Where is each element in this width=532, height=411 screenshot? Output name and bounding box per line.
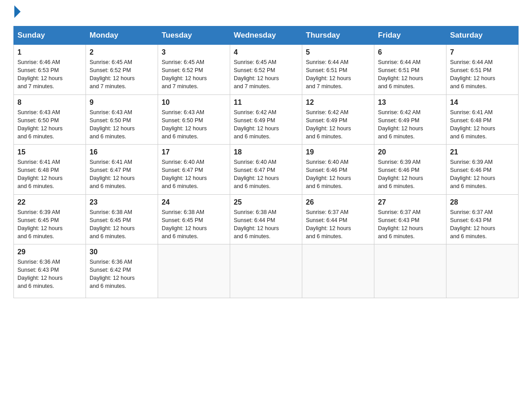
day-number: 12: [306, 98, 370, 107]
calendar-cell: 7 Sunrise: 6:44 AMSunset: 6:51 PMDayligh…: [446, 45, 519, 95]
calendar-week-4: 22 Sunrise: 6:39 AMSunset: 6:45 PMDaylig…: [14, 194, 519, 244]
calendar-cell: 20 Sunrise: 6:39 AMSunset: 6:46 PMDaylig…: [374, 145, 446, 195]
day-info: Sunrise: 6:41 AMSunset: 6:47 PMDaylight:…: [90, 159, 135, 189]
calendar-cell: 13 Sunrise: 6:42 AMSunset: 6:49 PMDaylig…: [374, 94, 446, 145]
calendar-cell: 21 Sunrise: 6:39 AMSunset: 6:46 PMDaylig…: [446, 145, 519, 195]
calendar-cell: 2 Sunrise: 6:45 AMSunset: 6:52 PMDayligh…: [86, 45, 158, 95]
day-number: 11: [234, 98, 298, 107]
calendar-cell: [158, 244, 230, 298]
day-number: 25: [234, 198, 298, 206]
day-number: 3: [162, 48, 226, 56]
day-info: Sunrise: 6:39 AMSunset: 6:45 PMDaylight:…: [17, 209, 63, 240]
calendar-cell: 26 Sunrise: 6:37 AMSunset: 6:44 PMDaylig…: [302, 194, 374, 244]
day-info: Sunrise: 6:42 AMSunset: 6:49 PMDaylight:…: [234, 109, 279, 140]
calendar-cell: [230, 244, 302, 298]
calendar-cell: 10 Sunrise: 6:43 AMSunset: 6:50 PMDaylig…: [158, 94, 230, 145]
column-header-saturday: Saturday: [446, 26, 519, 45]
calendar-cell: [374, 244, 446, 298]
calendar-week-5: 29 Sunrise: 6:36 AMSunset: 6:43 PMDaylig…: [14, 244, 519, 298]
day-number: 30: [90, 248, 154, 256]
calendar-cell: 23 Sunrise: 6:38 AMSunset: 6:45 PMDaylig…: [86, 194, 158, 244]
calendar-week-1: 1 Sunrise: 6:46 AMSunset: 6:53 PMDayligh…: [14, 45, 519, 95]
calendar-cell: 30 Sunrise: 6:36 AMSunset: 6:42 PMDaylig…: [86, 244, 158, 298]
calendar-cell: 28 Sunrise: 6:37 AMSunset: 6:43 PMDaylig…: [446, 194, 519, 244]
day-info: Sunrise: 6:44 AMSunset: 6:51 PMDaylight:…: [450, 59, 495, 90]
day-number: 21: [450, 148, 515, 156]
calendar-cell: 17 Sunrise: 6:40 AMSunset: 6:47 PMDaylig…: [158, 145, 230, 195]
calendar-cell: 25 Sunrise: 6:38 AMSunset: 6:44 PMDaylig…: [230, 194, 302, 244]
day-number: 4: [234, 48, 298, 56]
calendar-cell: 14 Sunrise: 6:41 AMSunset: 6:48 PMDaylig…: [446, 94, 519, 145]
column-header-wednesday: Wednesday: [230, 26, 302, 45]
day-number: 2: [90, 48, 154, 56]
calendar-cell: 1 Sunrise: 6:46 AMSunset: 6:53 PMDayligh…: [14, 45, 86, 95]
day-info: Sunrise: 6:40 AMSunset: 6:47 PMDaylight:…: [234, 159, 279, 189]
day-info: Sunrise: 6:37 AMSunset: 6:43 PMDaylight:…: [378, 209, 423, 240]
calendar-header-row: SundayMondayTuesdayWednesdayThursdayFrid…: [14, 26, 519, 45]
day-number: 13: [378, 98, 442, 107]
column-header-tuesday: Tuesday: [158, 26, 230, 45]
calendar-cell: 12 Sunrise: 6:42 AMSunset: 6:49 PMDaylig…: [302, 94, 374, 145]
column-header-sunday: Sunday: [14, 26, 86, 45]
day-number: 18: [234, 148, 298, 156]
calendar-cell: 8 Sunrise: 6:43 AMSunset: 6:50 PMDayligh…: [14, 94, 86, 145]
day-number: 1: [17, 48, 82, 56]
day-info: Sunrise: 6:46 AMSunset: 6:53 PMDaylight:…: [17, 59, 63, 90]
day-number: 8: [17, 98, 82, 107]
day-number: 27: [378, 198, 442, 206]
calendar-cell: 5 Sunrise: 6:44 AMSunset: 6:51 PMDayligh…: [302, 45, 374, 95]
calendar-cell: 29 Sunrise: 6:36 AMSunset: 6:43 PMDaylig…: [14, 244, 86, 298]
day-number: 26: [306, 198, 370, 206]
calendar-cell: [302, 244, 374, 298]
calendar-cell: 15 Sunrise: 6:41 AMSunset: 6:48 PMDaylig…: [14, 145, 86, 195]
day-info: Sunrise: 6:38 AMSunset: 6:45 PMDaylight:…: [162, 209, 207, 240]
day-info: Sunrise: 6:42 AMSunset: 6:49 PMDaylight:…: [378, 109, 423, 140]
calendar-cell: [446, 244, 519, 298]
calendar-week-2: 8 Sunrise: 6:43 AMSunset: 6:50 PMDayligh…: [14, 94, 519, 145]
day-number: 20: [378, 148, 442, 156]
day-info: Sunrise: 6:40 AMSunset: 6:47 PMDaylight:…: [162, 159, 207, 189]
day-info: Sunrise: 6:45 AMSunset: 6:52 PMDaylight:…: [90, 59, 135, 90]
day-info: Sunrise: 6:44 AMSunset: 6:51 PMDaylight:…: [306, 59, 351, 90]
day-number: 23: [90, 198, 154, 206]
day-info: Sunrise: 6:40 AMSunset: 6:46 PMDaylight:…: [306, 159, 351, 189]
day-number: 24: [162, 198, 226, 206]
day-number: 19: [306, 148, 370, 156]
day-info: Sunrise: 6:37 AMSunset: 6:44 PMDaylight:…: [306, 209, 351, 240]
calendar-cell: 19 Sunrise: 6:40 AMSunset: 6:46 PMDaylig…: [302, 145, 374, 195]
calendar-week-3: 15 Sunrise: 6:41 AMSunset: 6:48 PMDaylig…: [14, 145, 519, 195]
calendar-cell: 24 Sunrise: 6:38 AMSunset: 6:45 PMDaylig…: [158, 194, 230, 244]
calendar-cell: 22 Sunrise: 6:39 AMSunset: 6:45 PMDaylig…: [14, 194, 86, 244]
calendar-body: 1 Sunrise: 6:46 AMSunset: 6:53 PMDayligh…: [14, 45, 519, 298]
page-header: [13, 9, 519, 18]
calendar-table: SundayMondayTuesdayWednesdayThursdayFrid…: [13, 26, 519, 298]
day-info: Sunrise: 6:45 AMSunset: 6:52 PMDaylight:…: [162, 59, 207, 90]
calendar-cell: 27 Sunrise: 6:37 AMSunset: 6:43 PMDaylig…: [374, 194, 446, 244]
day-number: 28: [450, 198, 515, 206]
day-info: Sunrise: 6:44 AMSunset: 6:51 PMDaylight:…: [378, 59, 423, 90]
day-number: 7: [450, 48, 515, 56]
day-info: Sunrise: 6:37 AMSunset: 6:43 PMDaylight:…: [450, 209, 495, 240]
calendar-cell: 6 Sunrise: 6:44 AMSunset: 6:51 PMDayligh…: [374, 45, 446, 95]
calendar-cell: 4 Sunrise: 6:45 AMSunset: 6:52 PMDayligh…: [230, 45, 302, 95]
day-info: Sunrise: 6:38 AMSunset: 6:45 PMDaylight:…: [90, 209, 135, 240]
day-number: 17: [162, 148, 226, 156]
day-number: 10: [162, 98, 226, 107]
day-number: 14: [450, 98, 515, 107]
day-info: Sunrise: 6:36 AMSunset: 6:42 PMDaylight:…: [90, 259, 135, 289]
calendar-cell: 3 Sunrise: 6:45 AMSunset: 6:52 PMDayligh…: [158, 45, 230, 95]
day-info: Sunrise: 6:41 AMSunset: 6:48 PMDaylight:…: [17, 159, 63, 189]
day-number: 22: [17, 198, 82, 206]
day-number: 9: [90, 98, 154, 107]
day-number: 16: [90, 148, 154, 156]
day-info: Sunrise: 6:45 AMSunset: 6:52 PMDaylight:…: [234, 59, 279, 90]
day-info: Sunrise: 6:43 AMSunset: 6:50 PMDaylight:…: [162, 109, 207, 140]
day-number: 6: [378, 48, 442, 56]
day-info: Sunrise: 6:39 AMSunset: 6:46 PMDaylight:…: [378, 159, 423, 189]
day-info: Sunrise: 6:41 AMSunset: 6:48 PMDaylight:…: [450, 109, 495, 140]
column-header-monday: Monday: [86, 26, 158, 45]
day-info: Sunrise: 6:39 AMSunset: 6:46 PMDaylight:…: [450, 159, 495, 189]
calendar-cell: 16 Sunrise: 6:41 AMSunset: 6:47 PMDaylig…: [86, 145, 158, 195]
logo: [13, 9, 21, 18]
column-header-friday: Friday: [374, 26, 446, 45]
